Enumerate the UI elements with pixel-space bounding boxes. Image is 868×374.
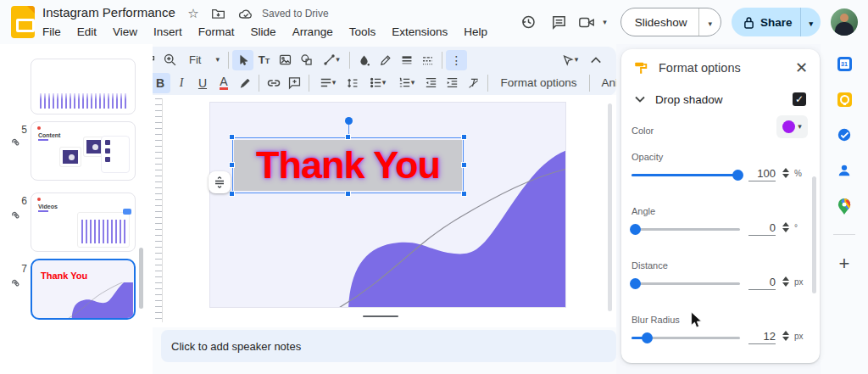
slide-thumbnail-partial[interactable] — [31, 59, 136, 114]
star-icon[interactable]: ☆ — [187, 6, 198, 21]
panel-scrollbar[interactable] — [812, 176, 816, 293]
resize-handle-s[interactable] — [345, 191, 351, 197]
menu-view[interactable]: View — [113, 25, 137, 38]
share-button[interactable]: Share ▾ — [732, 8, 821, 36]
meet-camera-button[interactable] — [574, 7, 599, 37]
angle-value[interactable]: 0 — [748, 221, 776, 236]
border-color-tool[interactable] — [375, 50, 396, 70]
slideshow-dropdown[interactable]: ▾ — [699, 16, 721, 29]
meet-dropdown-caret[interactable]: ▾ — [603, 19, 607, 26]
filmstrip-scrollbar[interactable] — [139, 248, 143, 309]
border-dash-tool[interactable] — [417, 50, 438, 70]
menu-file[interactable]: File — [42, 25, 61, 38]
wave-shape[interactable] — [210, 103, 566, 308]
highlight-color-button[interactable] — [234, 73, 255, 93]
slider-thumb[interactable] — [630, 278, 641, 289]
cloud-saved-icon[interactable] — [238, 8, 253, 20]
select-tool[interactable] — [232, 50, 253, 70]
increase-indent-button[interactable] — [442, 73, 463, 93]
insert-shape-tool[interactable] — [296, 50, 317, 70]
textbox-tool[interactable]: TT — [253, 50, 275, 70]
menu-slide[interactable]: Slide — [251, 25, 276, 38]
line-spacing-button[interactable] — [342, 73, 363, 93]
resize-handle-w[interactable] — [229, 162, 235, 168]
share-dropdown[interactable]: ▾ — [801, 16, 821, 29]
rotation-handle[interactable] — [345, 117, 353, 125]
opacity-stepper[interactable] — [782, 168, 789, 178]
zoom-icon[interactable] — [159, 50, 181, 70]
slide-thumbnail-7-selected[interactable]: Thank You — [31, 259, 136, 320]
angle-slider[interactable] — [632, 228, 740, 231]
drop-shadow-checkbox[interactable]: ✓ — [793, 92, 806, 106]
pointer-mode-button[interactable]: ▾ — [554, 50, 585, 70]
insert-line-tool[interactable]: ▾ — [317, 50, 346, 70]
underline-button[interactable]: U — [192, 73, 213, 93]
saved-status[interactable]: Saved to Drive — [262, 8, 329, 20]
menu-help[interactable]: Help — [464, 25, 487, 38]
chevron-down-icon[interactable] — [635, 96, 645, 103]
slider-thumb[interactable] — [642, 332, 653, 343]
notes-resize-handle[interactable] — [363, 315, 398, 317]
maps-icon[interactable] — [837, 198, 852, 214]
opacity-value[interactable]: 100 — [748, 167, 776, 181]
align-button[interactable]: ▾ — [313, 73, 342, 93]
bold-button[interactable]: B — [149, 73, 170, 93]
insert-image-tool[interactable] — [275, 50, 296, 70]
slideshow-label[interactable]: Slideshow — [621, 8, 700, 36]
insert-link-button[interactable] — [263, 73, 284, 93]
selected-text-box[interactable]: Thank You — [232, 137, 464, 193]
distance-stepper[interactable] — [782, 276, 789, 287]
opacity-slider[interactable] — [632, 174, 740, 176]
move-folder-icon[interactable] — [211, 7, 225, 20]
italic-button[interactable]: I — [170, 73, 192, 93]
document-title[interactable]: Instagram Performance — [42, 5, 175, 20]
google-slides-logo[interactable] — [11, 6, 35, 38]
border-weight-tool[interactable] — [396, 50, 417, 70]
blur-radius-value[interactable]: 12 — [748, 330, 776, 344]
resize-handle-nw[interactable] — [229, 134, 235, 140]
slider-thumb[interactable] — [732, 170, 743, 181]
resize-handle-e[interactable] — [461, 162, 467, 168]
shadow-color-picker[interactable]: ▾ — [776, 115, 808, 138]
close-panel-icon[interactable]: ✕ — [795, 59, 808, 77]
speaker-notes[interactable]: Click to add speaker notes — [161, 330, 616, 362]
slide-thumbnail-6[interactable]: Videos — [31, 193, 136, 252]
bulleted-list-button[interactable]: ▾ — [363, 73, 392, 93]
resize-handle-se[interactable] — [461, 191, 467, 197]
drag-spacing-widget[interactable] — [209, 171, 231, 193]
keep-icon[interactable] — [837, 92, 852, 107]
collapse-toolbar-button[interactable] — [585, 50, 606, 70]
decrease-indent-button[interactable] — [420, 73, 442, 93]
clear-formatting-button[interactable] — [463, 73, 484, 93]
format-options-button[interactable]: Format options — [492, 73, 585, 93]
calendar-icon[interactable]: 31 — [837, 56, 852, 71]
account-avatar[interactable] — [831, 8, 858, 36]
add-comment-button[interactable] — [284, 73, 305, 93]
distance-slider[interactable] — [632, 282, 740, 285]
menu-format[interactable]: Format — [198, 25, 235, 38]
zoom-select[interactable]: Fit▾ — [181, 50, 225, 70]
resize-handle-ne[interactable] — [461, 134, 467, 140]
version-history-button[interactable] — [513, 7, 543, 37]
text-color-button[interactable]: A — [213, 73, 234, 93]
contacts-icon[interactable] — [837, 163, 852, 178]
slider-thumb[interactable] — [630, 224, 641, 235]
resize-handle-n[interactable] — [345, 134, 351, 140]
menu-arrange[interactable]: Arrange — [292, 25, 333, 38]
tasks-icon[interactable] — [837, 127, 852, 142]
menu-edit[interactable]: Edit — [77, 25, 97, 38]
more-options-button[interactable]: ⋮ — [446, 50, 467, 70]
resize-handle-sw[interactable] — [229, 191, 235, 197]
menu-extensions[interactable]: Extensions — [392, 25, 448, 38]
blur-radius-stepper[interactable] — [782, 331, 789, 341]
blur-radius-slider[interactable] — [632, 337, 740, 339]
slide-canvas[interactable]: Thank You — [209, 102, 566, 308]
canvas-scrollbar[interactable] — [608, 103, 612, 311]
numbered-list-button[interactable]: ▾ — [392, 73, 420, 93]
angle-stepper[interactable] — [782, 222, 789, 232]
menu-tools[interactable]: Tools — [349, 25, 376, 38]
comments-button[interactable] — [543, 7, 574, 37]
get-addons-icon[interactable]: + — [839, 255, 850, 272]
distance-value[interactable]: 0 — [748, 276, 776, 290]
menu-insert[interactable]: Insert — [153, 25, 182, 38]
